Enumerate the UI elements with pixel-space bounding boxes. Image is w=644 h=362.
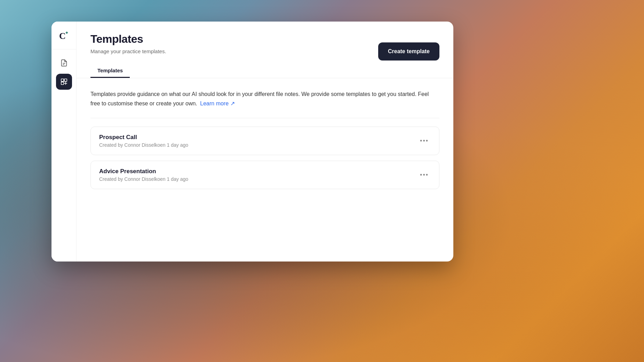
- tab-templates[interactable]: Templates: [90, 64, 130, 78]
- sidebar-nav: [51, 49, 76, 95]
- svg-rect-5: [61, 82, 63, 85]
- template-info: Advice Presentation Created by Connor Di…: [99, 168, 188, 182]
- page-header: Templates Manage your practice templates…: [77, 22, 453, 78]
- template-list: Prospect Call Created by Connor Disselko…: [90, 127, 439, 189]
- learn-more-link[interactable]: Learn more ↗: [200, 100, 234, 106]
- content-body: Templates provide guidance on what our A…: [77, 78, 453, 262]
- template-info: Prospect Call Created by Connor Disselko…: [99, 134, 188, 148]
- create-template-button[interactable]: Create template: [378, 42, 439, 61]
- logo-area: C: [51, 22, 76, 49]
- sidebar-item-documents[interactable]: [56, 55, 72, 71]
- app-logo: C: [58, 29, 70, 42]
- template-item: Prospect Call Created by Connor Disselko…: [90, 127, 439, 155]
- svg-rect-3: [61, 79, 63, 81]
- divider: [90, 118, 439, 118]
- template-more-menu-button[interactable]: •••: [418, 169, 431, 181]
- sidebar: C: [51, 22, 77, 262]
- template-meta: Created by Connor Disselkoen 1 day ago: [99, 142, 188, 148]
- template-more-menu-button[interactable]: •••: [418, 135, 431, 147]
- template-meta: Created by Connor Disselkoen 1 day ago: [99, 176, 188, 182]
- description-main: Templates provide guidance on what our A…: [90, 91, 429, 106]
- tabs-row: Templates: [90, 64, 166, 78]
- page-title: Templates: [90, 33, 166, 46]
- template-name: Advice Presentation: [99, 168, 188, 175]
- template-item: Advice Presentation Created by Connor Di…: [90, 161, 439, 189]
- svg-rect-4: [64, 79, 66, 81]
- page-subtitle: Manage your practice templates.: [90, 48, 166, 54]
- description-text: Templates provide guidance on what our A…: [90, 89, 439, 108]
- sidebar-item-templates[interactable]: [56, 74, 72, 90]
- svg-text:C: C: [59, 31, 66, 41]
- main-content: Templates Manage your practice templates…: [77, 22, 453, 262]
- header-left: Templates Manage your practice templates…: [90, 33, 166, 78]
- app-window: C: [51, 22, 453, 262]
- template-name: Prospect Call: [99, 134, 188, 141]
